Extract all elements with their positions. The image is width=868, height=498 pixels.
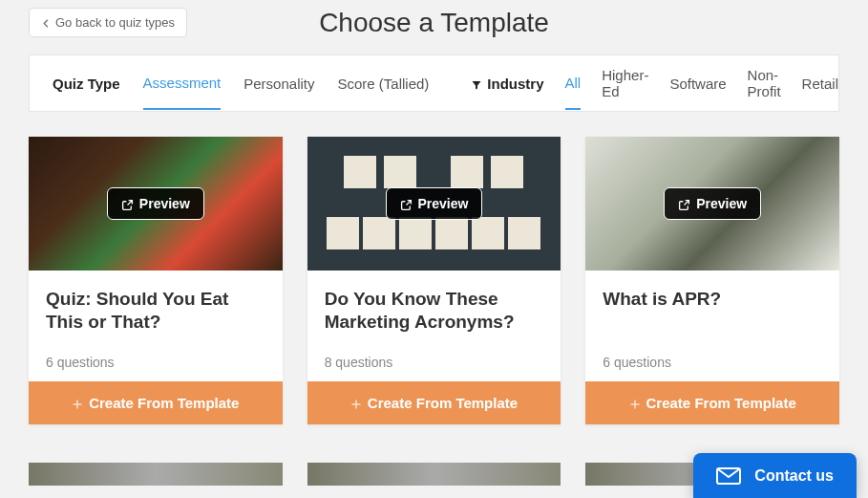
- template-card: Preview What is APR? 6 questions Create …: [585, 137, 839, 424]
- template-meta: 8 questions: [325, 355, 544, 370]
- template-title: What is APR?: [603, 288, 822, 334]
- template-image: Preview: [307, 137, 561, 271]
- tab-score[interactable]: Score (Tallied): [337, 58, 429, 109]
- tab-personality[interactable]: Personality: [243, 58, 314, 109]
- preview-button[interactable]: Preview: [386, 187, 483, 220]
- industry-software[interactable]: Software: [669, 58, 726, 109]
- preview-label: Preview: [418, 196, 469, 211]
- template-image: Preview: [585, 137, 839, 271]
- page-title: Choose a Template: [319, 8, 549, 38]
- industry-all[interactable]: All: [565, 57, 582, 110]
- industry-retail[interactable]: Retail: [802, 58, 838, 109]
- create-label: Create From Template: [368, 395, 518, 411]
- industry-higher-ed[interactable]: Higher-Ed: [602, 50, 648, 117]
- template-title: Quiz: Should You Eat This or That?: [46, 288, 265, 334]
- create-button[interactable]: Create From Template: [29, 381, 283, 424]
- tab-assessment[interactable]: Assessment: [143, 57, 222, 110]
- external-link-icon: [678, 196, 690, 211]
- plus-icon: [629, 395, 641, 411]
- external-link-icon: [121, 196, 134, 211]
- industry-label: Industry: [471, 76, 543, 92]
- template-image: Preview: [29, 137, 283, 271]
- template-card: Preview Quiz: Should You Eat This or Tha…: [29, 137, 283, 424]
- preview-button[interactable]: Preview: [107, 187, 204, 220]
- template-card-partial: [307, 463, 561, 486]
- industry-label-text: Industry: [487, 76, 543, 92]
- template-card-partial: [29, 463, 283, 486]
- contact-label: Contact us: [754, 467, 834, 485]
- arrow-left-icon: [41, 15, 52, 30]
- back-label: Go back to quiz types: [55, 15, 175, 30]
- industry-nonprofit[interactable]: Non-Profit: [748, 50, 781, 117]
- create-button[interactable]: Create From Template: [585, 381, 839, 424]
- template-title: Do You Know These Marketing Acronyms?: [325, 288, 544, 334]
- template-meta: 6 questions: [603, 355, 822, 370]
- create-label: Create From Template: [646, 395, 796, 411]
- filter-icon: [471, 76, 482, 92]
- create-button[interactable]: Create From Template: [307, 381, 561, 424]
- preview-button[interactable]: Preview: [664, 187, 761, 220]
- preview-label: Preview: [696, 196, 747, 211]
- preview-label: Preview: [139, 196, 190, 211]
- quiz-type-label: Quiz Type: [53, 76, 120, 92]
- create-label: Create From Template: [89, 395, 239, 411]
- plus-icon: [350, 395, 362, 411]
- external-link-icon: [400, 196, 413, 211]
- mail-icon: [716, 466, 741, 485]
- back-button[interactable]: Go back to quiz types: [29, 8, 187, 37]
- filter-bar: Quiz Type Assessment Personality Score (…: [29, 54, 839, 112]
- plus-icon: [72, 395, 83, 411]
- template-meta: 6 questions: [46, 355, 265, 370]
- template-card: Preview Do You Know These Marketing Acro…: [307, 137, 561, 424]
- contact-widget[interactable]: Contact us: [693, 453, 857, 498]
